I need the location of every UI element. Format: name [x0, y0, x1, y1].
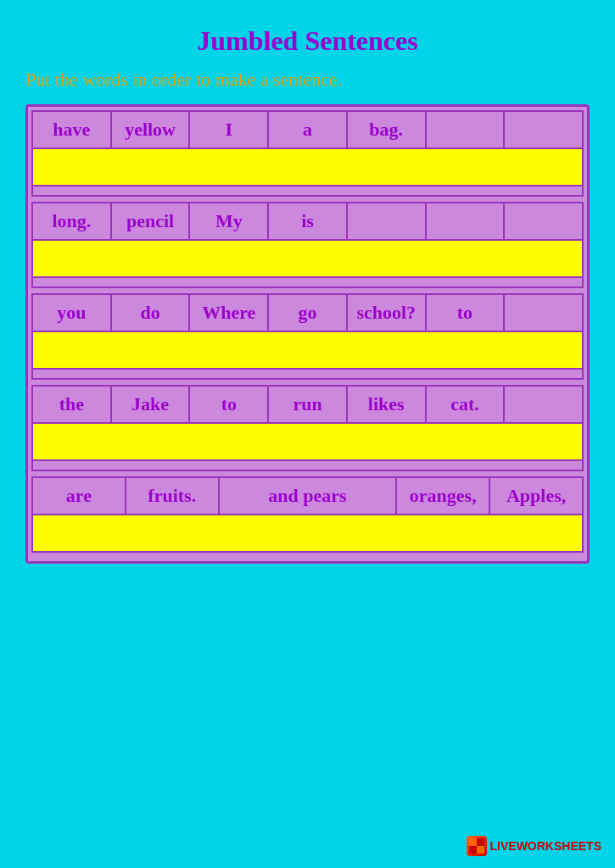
word-cell-empty [505, 112, 582, 147]
word-cell-empty [427, 112, 506, 147]
word-row-4: the Jake to run likes cat. [31, 385, 584, 424]
word-cell: run [269, 387, 348, 422]
page-subtitle: Put the words in order to make a sentenc… [25, 69, 590, 91]
word-cell: to [190, 387, 269, 422]
answer-row-4[interactable] [31, 424, 584, 461]
word-cell-empty [505, 295, 582, 331]
word-cell: cat. [427, 387, 506, 422]
sentence-group-4: the Jake to run likes cat. [31, 385, 584, 471]
word-cell: have [33, 112, 112, 147]
word-cell: I [190, 112, 269, 147]
answer-row-5[interactable] [31, 515, 584, 553]
sentence-group-5: are fruits. and pears oranges, Apples, [31, 476, 584, 553]
page-title: Jumbled Sentences [25, 17, 590, 57]
word-cell: to [427, 295, 506, 331]
word-cell: the [33, 387, 112, 422]
page-container: Jumbled Sentences Put the words in order… [0, 0, 615, 598]
word-cell: a [269, 112, 348, 147]
word-cell-empty [348, 203, 427, 239]
word-cell: Where [190, 295, 269, 331]
word-cell: likes [348, 387, 427, 422]
svg-rect-3 [477, 846, 484, 854]
word-cell: long. [33, 203, 112, 239]
svg-rect-1 [477, 838, 484, 846]
word-cell: My [190, 203, 269, 239]
answer-row-1[interactable] [31, 149, 584, 186]
sentence-group-2: long. pencil My is [31, 202, 584, 288]
word-row-2: long. pencil My is [31, 202, 584, 241]
word-cell: do [112, 295, 191, 331]
answer-row-3[interactable] [31, 332, 584, 370]
word-cell: school? [348, 295, 427, 331]
branding: LIVEWORKSHEETS [467, 836, 601, 856]
word-cell: Apples, [490, 478, 582, 514]
spacer-row-4 [31, 461, 584, 471]
word-cell-empty [427, 203, 506, 239]
word-row-1: have yellow I a bag. [31, 110, 584, 149]
word-cell-empty [505, 203, 582, 239]
branding-label: LIVEWORKSHEETS [490, 839, 601, 853]
word-row-5: are fruits. and pears oranges, Apples, [31, 476, 584, 515]
word-cell: bag. [348, 112, 427, 147]
spacer-row-2 [31, 278, 584, 288]
spacer-row-3 [31, 370, 584, 380]
main-table: have yellow I a bag. long. pencil My is [25, 104, 590, 564]
spacer-row-1 [31, 186, 584, 197]
word-cell: are [33, 478, 126, 514]
word-cell: oranges, [397, 478, 490, 514]
svg-rect-0 [469, 838, 477, 846]
word-cell: you [33, 295, 112, 331]
word-cell: pencil [112, 203, 191, 239]
branding-logo [467, 836, 487, 856]
word-cell: go [269, 295, 348, 331]
word-cell: fruits. [126, 478, 220, 514]
word-cell: is [269, 203, 348, 239]
word-cell: Jake [112, 387, 191, 422]
word-row-3: you do Where go school? to [31, 293, 584, 332]
answer-row-2[interactable] [31, 241, 584, 278]
sentence-group-3: you do Where go school? to [31, 293, 584, 380]
sentence-group-1: have yellow I a bag. [31, 110, 584, 197]
word-cell: and pears [220, 478, 398, 514]
word-cell: yellow [112, 112, 191, 147]
word-cell-empty [505, 387, 582, 422]
svg-rect-2 [469, 846, 477, 854]
